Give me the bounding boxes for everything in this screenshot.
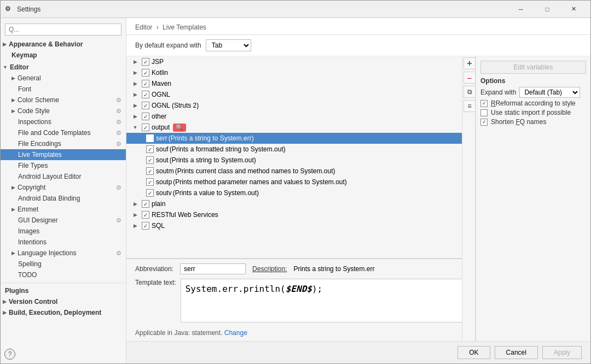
move-template-button[interactable]: ≡ (463, 100, 476, 112)
sidebar-item-color-scheme[interactable]: ▶ Color Scheme ⚙ (1, 95, 126, 105)
template-checkbox[interactable] (146, 178, 154, 186)
group-checkbox[interactable] (142, 102, 149, 109)
description-input[interactable] (293, 265, 466, 273)
sidebar-item-file-types[interactable]: File Types (1, 160, 126, 171)
sidebar-item-build[interactable]: ▶ Build, Execution, Deployment (1, 307, 126, 318)
template-checkbox[interactable] (146, 189, 154, 197)
expand-icon[interactable]: ▶ (129, 59, 142, 64)
group-checkbox[interactable] (142, 222, 149, 230)
expand-icon[interactable]: ▶ (129, 114, 142, 119)
close-button[interactable]: ✕ (561, 1, 586, 18)
expand-icon[interactable]: ▶ (129, 212, 142, 218)
sidebar-item-plugins[interactable]: Plugins (1, 285, 126, 296)
main-content: ▶ Appearance & Behavior Keymap ▼ Editor … (1, 18, 590, 363)
sidebar-item-android-data-binding[interactable]: Android Data Binding (1, 193, 126, 204)
minimize-button[interactable]: ─ (508, 1, 534, 18)
sidebar-item-emmet[interactable]: ▶ Emmet (1, 204, 126, 215)
list-item[interactable]: soutm (Prints current class and method n… (126, 166, 475, 177)
sidebar-item-label: Copyright (18, 184, 45, 191)
sidebar-item-font[interactable]: Font (1, 84, 126, 95)
list-item[interactable]: sout (Prints a string to System.out) (126, 155, 475, 166)
breadcrumb-separator: › (157, 24, 159, 31)
list-item[interactable]: ▶ Maven (126, 78, 475, 89)
list-item[interactable]: ▶ SQL (126, 220, 475, 231)
group-checkbox[interactable] (142, 200, 149, 208)
edit-variables-button[interactable]: Edit variables (480, 61, 586, 74)
list-item[interactable]: ▶ JSP (126, 56, 475, 67)
sidebar-item-live-templates[interactable]: Live Templates (1, 149, 126, 160)
sidebar-item-gui-designer[interactable]: GUI Designer ⚙ (1, 215, 126, 226)
sidebar-item-general[interactable]: ▶ General (1, 73, 126, 84)
expand-icon[interactable]: ▶ (129, 201, 142, 207)
sidebar-item-images[interactable]: Images (1, 226, 126, 237)
list-item[interactable]: ▶ OGNL (126, 89, 475, 100)
template-checkbox[interactable] (146, 167, 154, 175)
expand-with-select[interactable]: Default (Tab) Tab Enter Space (519, 87, 580, 98)
sidebar-item-todo[interactable]: TODO (1, 269, 126, 280)
sidebar-item-label: Spelling (11, 260, 42, 268)
group-checkbox[interactable] (142, 124, 149, 131)
template-checkbox[interactable] (146, 156, 154, 164)
sidebar-item-inspections[interactable]: Inspections ⚙ (1, 116, 126, 127)
abbreviation-input[interactable] (180, 263, 246, 274)
apply-button[interactable]: Apply (542, 346, 582, 359)
group-checkbox[interactable] (142, 80, 149, 87)
sidebar-item-file-code-templates[interactable]: File and Code Templates ⚙ (1, 127, 126, 138)
breadcrumb-live-templates: Live Templates (163, 24, 206, 31)
list-item[interactable]: souf (Prints a formatted string to Syste… (126, 144, 475, 155)
list-item[interactable]: ▼ output 🔍 (126, 122, 475, 133)
sidebar-item-keymap[interactable]: Keymap (1, 50, 126, 61)
ok-button[interactable]: OK (457, 346, 490, 359)
sidebar-item-intentions[interactable]: Intentions (1, 237, 126, 248)
maximize-button[interactable]: □ (535, 1, 560, 18)
template-checkbox[interactable] (146, 145, 154, 153)
sidebar-item-appearance[interactable]: ▶ Appearance & Behavior (1, 39, 126, 50)
sidebar-item-spelling[interactable]: Spelling (1, 259, 126, 269)
sidebar-item-android-layout-editor[interactable]: Android Layout Editor (1, 171, 126, 182)
sidebar-item-language-injections[interactable]: ▶ Language Injections ⚙ (1, 248, 126, 259)
expand-icon[interactable]: ▼ (129, 125, 142, 130)
list-item[interactable]: ▶ plain (126, 198, 475, 209)
sidebar-item-file-encodings[interactable]: File Encodings ⚙ (1, 138, 126, 149)
sidebar-item-label: GUI Designer (11, 216, 58, 224)
settings-icon: ⚙ (116, 97, 121, 104)
template-code-box[interactable]: System.err.println($END$); (181, 279, 466, 322)
help-button[interactable]: ? (4, 349, 15, 360)
expand-select[interactable]: Tab Enter Space (206, 39, 251, 51)
expand-icon[interactable]: ▶ (129, 92, 142, 97)
static-import-row: Use static import if possible (480, 109, 586, 116)
expand-icon[interactable]: ▶ (129, 81, 142, 86)
detail-area: Abbreviation: Description: Temp (126, 259, 475, 341)
sidebar-item-code-style[interactable]: ▶ Code Style ⚙ (1, 105, 126, 116)
group-checkbox[interactable] (142, 69, 149, 77)
expand-icon[interactable]: ▶ (129, 103, 142, 108)
expand-icon[interactable]: ▶ (129, 70, 142, 75)
list-item[interactable]: ▶ other (126, 111, 475, 122)
cancel-button[interactable]: Cancel (495, 346, 538, 359)
add-template-button[interactable]: + (463, 57, 476, 69)
change-link[interactable]: Change (224, 329, 247, 337)
sidebar-item-version-control[interactable]: ▶ Version Control (1, 296, 126, 307)
static-import-checkbox[interactable] (480, 109, 488, 116)
group-checkbox[interactable] (142, 211, 149, 219)
list-item[interactable]: soutp (Prints method parameter names and… (126, 177, 475, 187)
list-item[interactable]: soutv (Prints a value to System.out) (126, 187, 475, 198)
reformat-checkbox[interactable] (480, 100, 488, 107)
group-checkbox[interactable] (142, 113, 149, 120)
remove-template-button[interactable]: – (463, 72, 476, 84)
list-item[interactable]: ▶ RESTful Web Services (126, 209, 475, 220)
list-item[interactable]: ▶ OGNL (Struts 2) (126, 100, 475, 111)
copy-template-button[interactable]: ⧉ (463, 86, 476, 98)
expand-icon[interactable]: ▶ (129, 223, 142, 228)
applicable-line: Applicable in Java: statement. Change (126, 327, 475, 341)
shorten-fq-checkbox[interactable] (480, 119, 488, 126)
template-checkbox[interactable] (146, 134, 154, 142)
search-input[interactable] (5, 24, 121, 36)
sidebar-item-copyright[interactable]: ▶ Copyright ⚙ (1, 182, 126, 193)
group-checkbox[interactable] (142, 58, 149, 66)
list-item[interactable]: ▶ Kotlin (126, 67, 475, 78)
list-item[interactable]: serr (Prints a string to System.err) (126, 133, 475, 144)
group-checkbox[interactable] (142, 91, 149, 98)
sidebar-item-editor[interactable]: ▼ Editor (1, 62, 126, 73)
template-desc: (Prints a string to System.out) (170, 156, 256, 164)
